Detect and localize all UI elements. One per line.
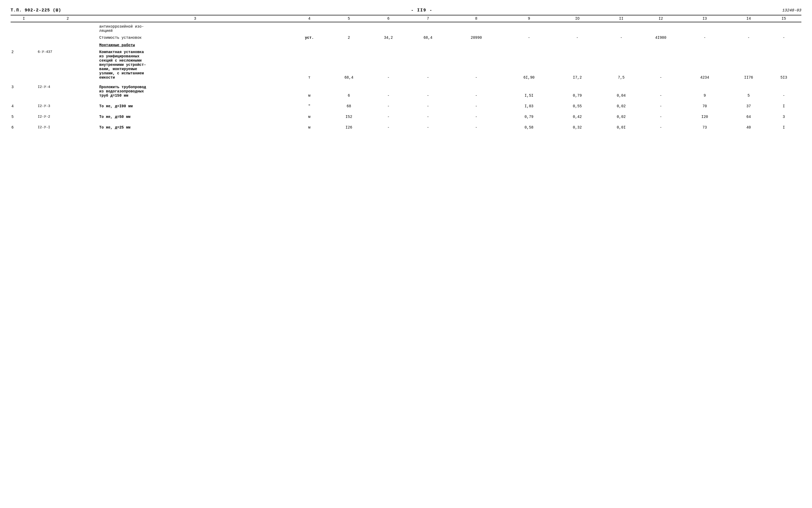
cell-r5-col2: I2-У-2 bbox=[37, 112, 98, 120]
cell-r6-col9: 0,58 bbox=[503, 123, 556, 131]
cell-r4-col13: 70 bbox=[678, 101, 731, 110]
cell-cost-col1 bbox=[11, 34, 37, 41]
cell-r6-col1: 6 bbox=[11, 123, 37, 131]
cell-r3-col7: - bbox=[406, 83, 450, 99]
cell-cost-col13: - bbox=[678, 34, 731, 41]
table-row: 5 I2-У-2 То же, д=50 мм м I52 - - - 0,79… bbox=[11, 112, 801, 120]
page-number: - II9 - bbox=[411, 8, 433, 13]
cell-r3-col11: 0,04 bbox=[599, 83, 643, 99]
cell-r5-col7: - bbox=[406, 112, 450, 120]
cell-r5-col3: То же, д=50 мм bbox=[98, 112, 292, 120]
cell-r5-col1: 5 bbox=[11, 112, 37, 120]
cell-r2-col8: - bbox=[450, 48, 503, 81]
cell-r5-col13: I20 bbox=[678, 112, 731, 120]
cell-r5-col14: 64 bbox=[731, 112, 766, 120]
cell-row-intro-col2 bbox=[37, 22, 98, 34]
table-row: Монтажные работы bbox=[11, 41, 801, 48]
col-header-2: 2 bbox=[37, 15, 98, 22]
col-header-13: I3 bbox=[678, 15, 731, 22]
cell-r2-col15: 5I3 bbox=[766, 48, 801, 81]
cell-r2-col7: - bbox=[406, 48, 450, 81]
cell-r6-col3: То же, д=25 мм bbox=[98, 123, 292, 131]
cell-r2-col12: - bbox=[643, 48, 678, 81]
cell-r6-col2: I2-У-I bbox=[37, 123, 98, 131]
col-header-5: 5 bbox=[327, 15, 371, 22]
cell-r3-col13: 9 bbox=[678, 83, 731, 99]
cell-r6-col14: 40 bbox=[731, 123, 766, 131]
main-table: I 2 3 4 5 6 7 8 9 IO II I2 I3 I4 I5 bbox=[11, 15, 801, 131]
cell-r5-col8: - bbox=[450, 112, 503, 120]
cell-row-intro-col3: антикоррозийной изо- ляцией bbox=[98, 22, 292, 34]
table-row: 2 6-У-437 Компактная установка из унифиц… bbox=[11, 48, 801, 81]
cell-cost-col4: уст. bbox=[292, 34, 327, 41]
cell-r4-col8: - bbox=[450, 101, 503, 110]
document-number: 13248-03 bbox=[782, 8, 801, 13]
cell-cost-col14: - bbox=[731, 34, 766, 41]
spacer-row bbox=[11, 81, 801, 83]
cell-r3-col14: 5 bbox=[731, 83, 766, 99]
cell-cost-col11: - bbox=[599, 34, 643, 41]
col-header-8: 8 bbox=[450, 15, 503, 22]
cell-mh-col3: Монтажные работы bbox=[98, 41, 292, 48]
table-row: 3 I2-У-4 Проложить трубопровод из водога… bbox=[11, 83, 801, 99]
cell-r3-col15: - bbox=[766, 83, 801, 99]
cell-r6-col10: 0,32 bbox=[556, 123, 600, 131]
cell-r5-col10: 0,42 bbox=[556, 112, 600, 120]
cell-r6-col15: I bbox=[766, 123, 801, 131]
cell-mh-rest bbox=[292, 41, 801, 48]
col-header-10: IO bbox=[556, 15, 600, 22]
cell-r6-col4: м bbox=[292, 123, 327, 131]
cell-r4-col4: " bbox=[292, 101, 327, 110]
template-number: Т.П. 902-2-225 (Ш) bbox=[11, 8, 61, 13]
cell-r3-col3: Проложить трубопровод из водогазопроводн… bbox=[98, 83, 292, 99]
cell-r4-col15: I bbox=[766, 101, 801, 110]
cell-r2-col4: т bbox=[292, 48, 327, 81]
cell-r4-col12: - bbox=[643, 101, 678, 110]
cell-r2-col14: II76 bbox=[731, 48, 766, 81]
col-header-4: 4 bbox=[292, 15, 327, 22]
cell-r4-col2: I2-У-3 bbox=[37, 101, 98, 110]
cell-r3-col5: 6 bbox=[327, 83, 371, 99]
cell-r3-col8: - bbox=[450, 83, 503, 99]
cell-r4-col3: То же, д=I00 мм bbox=[98, 101, 292, 110]
cell-r4-col9: I,03 bbox=[503, 101, 556, 110]
cell-r5-col9: 0,79 bbox=[503, 112, 556, 120]
cell-r4-col1: 4 bbox=[11, 101, 37, 110]
cell-row-intro-rest bbox=[292, 22, 801, 34]
cell-r6-col8: - bbox=[450, 123, 503, 131]
main-table-container: I 2 3 4 5 6 7 8 9 IO II I2 I3 I4 I5 bbox=[11, 15, 801, 131]
spacer-row bbox=[11, 110, 801, 112]
col-header-7: 7 bbox=[406, 15, 450, 22]
page-header: Т.П. 902-2-225 (Ш) - II9 - 13248-03 bbox=[11, 8, 801, 13]
cell-r5-col5: I52 bbox=[327, 112, 371, 120]
col-header-11: II bbox=[599, 15, 643, 22]
table-row: 4 I2-У-3 То же, д=I00 мм " 68 - - - I,03… bbox=[11, 101, 801, 110]
cell-r5-col6: - bbox=[371, 112, 406, 120]
col-header-6: 6 bbox=[371, 15, 406, 22]
cell-r4-col14: 37 bbox=[731, 101, 766, 110]
cell-r2-col1: 2 bbox=[11, 48, 37, 81]
cell-r3-col1: 3 bbox=[11, 83, 37, 99]
cell-cost-col2 bbox=[37, 34, 98, 41]
cell-r2-col10: I7,2 bbox=[556, 48, 600, 81]
cell-cost-col15: - bbox=[766, 34, 801, 41]
cell-r6-col13: 73 bbox=[678, 123, 731, 131]
cell-r3-col9: I,5I bbox=[503, 83, 556, 99]
cell-r3-col10: 0,79 bbox=[556, 83, 600, 99]
cell-r4-col11: 0,02 bbox=[599, 101, 643, 110]
cell-r6-col6: - bbox=[371, 123, 406, 131]
cell-r3-col6: - bbox=[371, 83, 406, 99]
spacer-row bbox=[11, 99, 801, 101]
cell-r4-col6: - bbox=[371, 101, 406, 110]
cell-r5-col12: - bbox=[643, 112, 678, 120]
cell-mh-col2 bbox=[37, 41, 98, 48]
cell-r2-col5: 68,4 bbox=[327, 48, 371, 81]
cell-cost-col5: 2 bbox=[327, 34, 371, 41]
cell-r6-col7: - bbox=[406, 123, 450, 131]
cell-r6-col12: - bbox=[643, 123, 678, 131]
cell-cost-col7: 68,4 bbox=[406, 34, 450, 41]
column-header-row: I 2 3 4 5 6 7 8 9 IO II I2 I3 I4 I5 bbox=[11, 15, 801, 22]
cell-r2-col3: Компактная установка из унифицированных … bbox=[98, 48, 292, 81]
cell-r6-col5: I26 bbox=[327, 123, 371, 131]
cell-r5-col15: 3 bbox=[766, 112, 801, 120]
